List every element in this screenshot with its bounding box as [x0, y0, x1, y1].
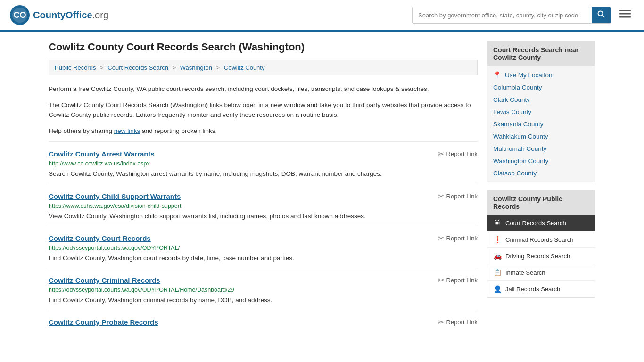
report-link-label-3: Report Link	[446, 277, 478, 284]
report-icon-4: ✂	[438, 318, 444, 327]
breadcrumb-sep-1: >	[100, 64, 105, 71]
report-link-label-1: Report Link	[446, 193, 478, 200]
sidebar-menu-item-1[interactable]: ❗ Criminal Records Search	[487, 231, 595, 248]
record-title-2[interactable]: Cowlitz County Court Records	[49, 234, 151, 242]
location-pin-icon: 📍	[493, 71, 501, 79]
sidebar-county-link-1[interactable]: Clark County	[493, 96, 530, 103]
menu-label-4: Jail Records Search	[505, 286, 560, 293]
search-container	[412, 7, 611, 24]
record-title-4[interactable]: Cowlitz County Probate Records	[49, 318, 158, 326]
report-link-4[interactable]: ✂ Report Link	[438, 318, 478, 327]
breadcrumb-public-records[interactable]: Public Records	[55, 64, 96, 71]
sidebar-county-link-2[interactable]: Lewis County	[493, 108, 531, 115]
record-title-3[interactable]: Cowlitz County Criminal Records	[49, 276, 160, 284]
sidebar-public-records: Cowlitz County Public Records 🏛 Court Re…	[487, 190, 595, 298]
record-item: Cowlitz County Criminal Records ✂ Report…	[49, 268, 478, 310]
menu-button[interactable]	[616, 7, 635, 23]
main-container: Cowlitz County Court Records Search (Was…	[39, 32, 605, 343]
sidebar-menu-item-3[interactable]: 📋 Inmate Search	[487, 264, 595, 281]
sidebar-county-item[interactable]: Washington County	[487, 155, 595, 167]
search-icon	[597, 10, 605, 18]
breadcrumb-sep-2: >	[173, 64, 178, 71]
breadcrumb-cowlitz[interactable]: Cowlitz County	[224, 64, 265, 71]
record-item: Cowlitz County Child Support Warrants ✂ …	[49, 184, 478, 226]
sidebar-county-link-0[interactable]: Columbia County	[493, 84, 542, 91]
sidebar-county-item[interactable]: Columbia County	[487, 81, 595, 93]
sidebar-county-link-4[interactable]: Wahkiakum County	[493, 133, 548, 140]
sidebar-county-link-3[interactable]: Skamania County	[493, 121, 544, 128]
menu-icon-2: 🚗	[493, 252, 502, 260]
sidebar-nearby: Court Records Search near Cowlitz County…	[487, 41, 595, 182]
report-link-label-0: Report Link	[446, 150, 478, 157]
menu-label-2: Driving Records Search	[505, 253, 570, 260]
breadcrumb-washington[interactable]: Washington	[180, 64, 212, 71]
logo-icon: CO	[9, 5, 30, 25]
sidebar-menu-item-4[interactable]: 👤 Jail Records Search	[487, 281, 595, 297]
svg-text:CO: CO	[14, 10, 26, 20]
page-title: Cowlitz County Court Records Search (Was…	[49, 41, 478, 53]
logo-area: CO CountyOffice.org	[9, 5, 108, 25]
sidebar-county-item[interactable]: Multnomah County	[487, 142, 595, 155]
record-desc-2: Find Cowlitz County, Washington court re…	[49, 254, 478, 263]
breadcrumb-court-records[interactable]: Court Records Search	[107, 64, 168, 71]
svg-point-3	[598, 11, 603, 16]
breadcrumb: Public Records > Court Records Search > …	[49, 60, 478, 75]
report-link-label-4: Report Link	[446, 319, 478, 326]
hamburger-icon	[619, 10, 631, 18]
record-title-0[interactable]: Cowlitz County Arrest Warrants	[49, 150, 155, 158]
sidebar-public-header: Cowlitz County Public Records	[487, 190, 595, 215]
report-link-1[interactable]: ✂ Report Link	[438, 192, 478, 201]
menu-label-0: Court Records Search	[505, 220, 566, 227]
svg-rect-7	[619, 16, 631, 18]
sidebar-county-item[interactable]: Skamania County	[487, 118, 595, 130]
search-button[interactable]	[592, 7, 611, 23]
record-url-0[interactable]: http://www.co.cowlitz.wa.us/index.aspx	[49, 160, 478, 167]
logo-text: CountyOffice.org	[33, 10, 108, 21]
sidebar-county-link-5[interactable]: Multnomah County	[493, 145, 546, 152]
report-link-2[interactable]: ✂ Report Link	[438, 234, 478, 243]
sidebar-menu: 🏛 Court Records Search ❗ Criminal Record…	[487, 215, 595, 297]
sidebar-county-item[interactable]: Clatsop County	[487, 167, 595, 179]
report-link-0[interactable]: ✂ Report Link	[438, 149, 478, 158]
new-links-link[interactable]: new links	[114, 127, 140, 134]
sidebar-county-item[interactable]: Wahkiakum County	[487, 130, 595, 142]
record-desc-3: Find Cowlitz County, Washington criminal…	[49, 296, 478, 305]
sidebar-county-link-7[interactable]: Clatsop County	[493, 170, 537, 177]
sidebar-menu-item-2[interactable]: 🚗 Driving Records Search	[487, 248, 595, 264]
record-title-1[interactable]: Cowlitz County Child Support Warrants	[49, 192, 181, 200]
svg-rect-6	[619, 13, 631, 15]
sidebar-use-location[interactable]: 📍 Use My Location	[487, 69, 595, 81]
menu-label-1: Criminal Records Search	[505, 236, 574, 243]
report-icon-0: ✂	[438, 149, 444, 158]
description-3: Help others by sharing new links and rep…	[49, 126, 478, 136]
menu-label-3: Inmate Search	[505, 269, 545, 276]
report-link-label-2: Report Link	[446, 235, 478, 242]
record-item: Cowlitz County Arrest Warrants ✂ Report …	[49, 141, 478, 183]
use-my-location-link[interactable]: Use My Location	[505, 72, 553, 79]
header-right	[412, 7, 635, 24]
report-icon-3: ✂	[438, 276, 444, 285]
sidebar-county-link-6[interactable]: Washington County	[493, 157, 548, 165]
svg-rect-5	[619, 10, 631, 11]
record-url-1[interactable]: https://www.dshs.wa.gov/esa/division-chi…	[49, 203, 478, 209]
record-url-2[interactable]: https://odysseyportal.courts.wa.gov/ODYP…	[49, 245, 478, 251]
description-2: The Cowlitz County Court Records Search …	[49, 100, 478, 120]
content-area: Cowlitz County Court Records Search (Was…	[49, 41, 478, 333]
header: CO CountyOffice.org	[0, 0, 644, 32]
record-desc-1: View Cowlitz County, Washington child su…	[49, 212, 478, 221]
report-icon-1: ✂	[438, 192, 444, 201]
report-link-3[interactable]: ✂ Report Link	[438, 276, 478, 285]
record-desc-0: Search Cowlitz County, Washington arrest…	[49, 169, 478, 179]
search-input[interactable]	[413, 8, 592, 22]
report-icon-2: ✂	[438, 234, 444, 243]
description-1: Perform a free Cowlitz County, WA public…	[49, 84, 478, 94]
sidebar-menu-item-0[interactable]: 🏛 Court Records Search	[487, 215, 595, 231]
record-url-3[interactable]: https://odysseyportal.courts.wa.gov/ODYP…	[49, 287, 478, 293]
sidebar-county-item[interactable]: Lewis County	[487, 106, 595, 118]
records-list: Cowlitz County Arrest Warrants ✂ Report …	[49, 141, 478, 333]
sidebar-county-item[interactable]: Clark County	[487, 93, 595, 106]
menu-icon-1: ❗	[493, 236, 502, 243]
sidebar-nearby-header: Court Records Search near Cowlitz County	[487, 41, 595, 66]
breadcrumb-sep-3: >	[216, 64, 222, 71]
svg-line-4	[603, 16, 604, 17]
